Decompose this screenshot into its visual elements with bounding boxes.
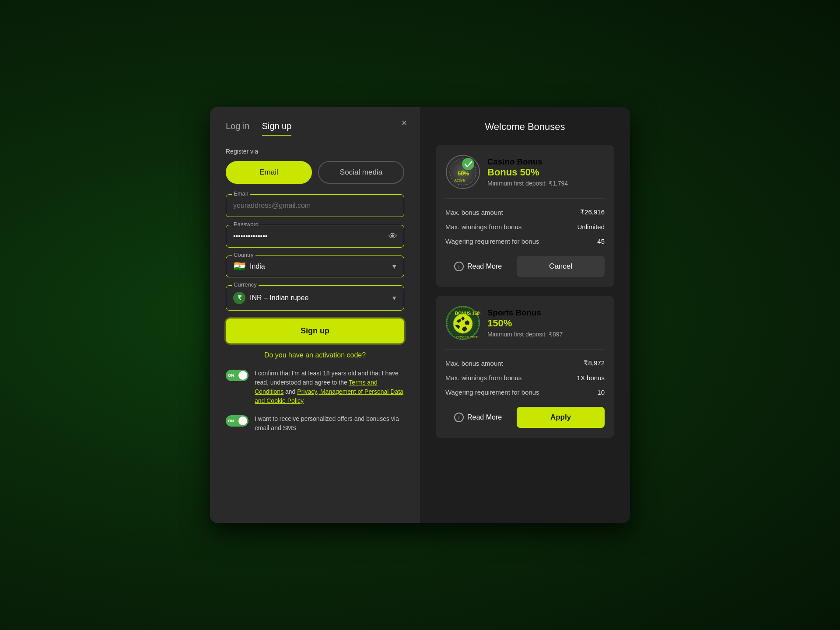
casino-detail-row-0: Max. bonus amount ₹26,916 [445,205,605,220]
email-input[interactable] [226,194,404,217]
sports-detail-row-2: Wagering requirement for bonus 10 [445,385,605,399]
svg-text:FIRST DEPOSIT: FIRST DEPOSIT [456,336,479,339]
sports-bonus-card: BONUS 150% FIRST DEPOSIT Sports Bonus 15… [436,296,614,438]
country-value: India [250,262,397,270]
sports-bonus-min-deposit: Minimum first deposit: ₹897 [487,331,563,338]
password-toggle-icon[interactable]: 👁 [388,231,397,242]
welcome-bonuses-title: Welcome Bonuses [436,121,614,133]
casino-bonus-details: Max. bonus amount ₹26,916 Max. winnings … [445,198,605,248]
toggle-on-label-1: ON [228,373,234,378]
casino-read-more-button[interactable]: i Read More [445,256,511,277]
casino-detail-row-1: Max. winnings from bonus Unlimited [445,220,605,234]
left-panel: × Log in Sign up Register via Email Soci… [210,107,420,523]
country-select[interactable]: 🇮🇳 India ▼ [226,256,404,277]
inr-currency-icon: ₹ [233,292,245,304]
casino-bonus-header: 50% Active Casino Bonus Bonus 50% Minimu… [445,154,605,189]
age-confirm-row: ON I confirm that I'm at least 18 years … [226,369,404,406]
register-via-label: Register via [226,148,404,155]
india-flag-icon: 🇮🇳 [233,262,245,271]
personalized-offers-toggle[interactable]: ON [226,415,248,427]
personalized-offers-text: I want to receive personalized offers an… [255,414,404,433]
sports-detail-row-1: Max. winnings from bonus 1X bonus [445,371,605,385]
age-confirm-text: I confirm that I'm at least 18 years old… [255,369,404,406]
svg-text:Active: Active [454,178,465,182]
auth-tabs: Log in Sign up [226,121,404,136]
sports-bonus-badge: BONUS 150% FIRST DEPOSIT [445,305,480,340]
toggle-on-label-2: ON [228,419,234,423]
sports-read-more-button[interactable]: i Read More [445,406,511,428]
currency-value: INR – Indian rupee [250,294,397,302]
casino-bonus-info: Casino Bonus Bonus 50% Minimum first dep… [487,157,568,187]
close-button[interactable]: × [397,116,411,130]
right-panel: Welcome Bonuses [420,107,630,523]
sports-bonus-percent: 150% [487,318,563,329]
personalized-offers-row: ON I want to receive personalized offers… [226,414,404,433]
password-label: Password [232,221,260,228]
casino-info-icon: i [454,262,464,271]
sports-bonus-details: Max. bonus amount ₹8,972 Max. winnings f… [445,349,605,399]
email-label: Email [232,190,250,197]
social-media-register-button[interactable]: Social media [318,161,404,184]
toggle-thumb-2 [238,416,247,425]
email-form-group: Email [226,194,404,217]
sports-detail-row-0: Max. bonus amount ₹8,972 [445,356,605,371]
currency-form-group: Currency ₹ INR – Indian rupee ▼ [226,285,404,311]
modal-container: × Log in Sign up Register via Email Soci… [210,107,630,523]
toggle-thumb-1 [238,371,247,380]
register-method-buttons: Email Social media [226,161,404,184]
signup-button[interactable]: Sign up [226,318,404,343]
casino-bonus-percent: Bonus 50% [487,167,568,178]
activation-code-link[interactable]: Do you have an activation code? [226,351,404,359]
casino-bonus-card: 50% Active Casino Bonus Bonus 50% Minimu… [436,145,614,287]
password-form-group: Password 👁 [226,225,404,248]
age-confirm-toggle[interactable]: ON [226,370,248,381]
country-label: Country [232,252,256,258]
casino-bonus-actions: i Read More Cancel [445,256,605,277]
country-form-group: Country 🇮🇳 India ▼ [226,256,404,277]
sports-bonus-info: Sports Bonus 150% Minimum first deposit:… [487,308,563,338]
svg-text:BONUS 150%: BONUS 150% [455,311,480,316]
email-register-button[interactable]: Email [226,161,312,184]
casino-detail-row-2: Wagering requirement for bonus 45 [445,234,605,248]
svg-point-5 [461,170,465,174]
sports-bonus-header: BONUS 150% FIRST DEPOSIT Sports Bonus 15… [445,305,605,340]
sports-bonus-actions: i Read More Apply [445,406,605,428]
casino-bonus-title: Casino Bonus [487,157,568,167]
tab-signup[interactable]: Sign up [262,121,292,136]
casino-bonus-min-deposit: Minimum first deposit: ₹1,794 [487,180,568,187]
sports-info-icon: i [454,413,464,422]
password-input[interactable] [226,225,404,248]
svg-point-2 [462,158,474,170]
tab-login[interactable]: Log in [226,121,250,136]
casino-bonus-badge: 50% Active [445,154,480,189]
sports-bonus-title: Sports Bonus [487,308,563,318]
sports-apply-button[interactable]: Apply [517,407,605,428]
casino-cancel-button[interactable]: Cancel [517,256,605,277]
currency-label: Currency [232,281,259,288]
currency-select[interactable]: ₹ INR – Indian rupee ▼ [226,285,404,311]
